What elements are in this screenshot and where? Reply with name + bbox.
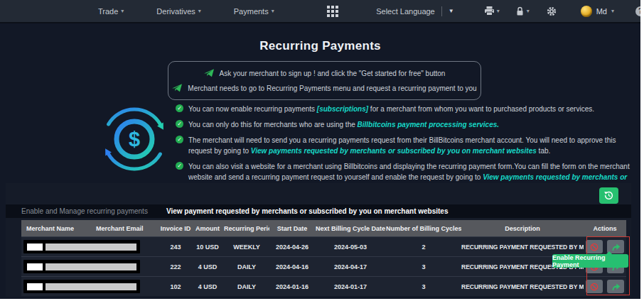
cancel-recurring-button[interactable]	[586, 280, 603, 293]
col-period: Recurring Period	[224, 225, 269, 232]
intro-box: Ask your merchant to sign up ! and click…	[168, 61, 481, 100]
description-cell: RECURRING PAYMENT REQUESTED BY MERCHANT	[461, 283, 584, 290]
chevron-down-icon: ▾	[198, 8, 201, 14]
nav-menu-payments-label: Payments	[234, 7, 269, 16]
merchant-cell	[21, 240, 160, 253]
printer-icon	[484, 6, 495, 16]
divider	[441, 6, 442, 16]
amount-cell: 4 USD	[191, 263, 224, 270]
check-icon: ✓	[176, 136, 183, 143]
table-header-row: Merchant Name Merchant Email Invoice ID …	[21, 220, 626, 236]
chevron-down-icon: ▾	[272, 8, 274, 14]
paper-plane-icon	[204, 69, 214, 77]
help-icon[interactable]: ?	[635, 6, 640, 16]
list-item: ✓ You can only do this for merchants who…	[176, 119, 639, 130]
col-start-date: Start Date	[269, 225, 315, 232]
col-merchant-name: Merchant Name	[21, 225, 91, 232]
actions-cell	[584, 240, 626, 253]
list-item: ✓ You can now enable recurring payments …	[176, 104, 639, 114]
view-payments-tab-link[interactable]: View payments requested by merchants or …	[251, 147, 537, 155]
bullet-text: for a merchant from whom you want to pur…	[368, 105, 594, 113]
lock-icon	[515, 6, 525, 16]
col-actions: Actions	[584, 225, 626, 232]
printer-menu[interactable]: ▾	[484, 6, 500, 16]
next-billing-cell: 2024-04-17	[315, 263, 386, 270]
nav-menu-trade-label: Trade	[98, 7, 118, 16]
enable-recurring-button[interactable]	[607, 280, 624, 293]
amount-cell: 10 USD	[191, 243, 224, 251]
nav-menu-derivatives[interactable]: Derivatives ▾	[156, 7, 200, 16]
chevron-down-icon: ▾	[497, 8, 500, 14]
tab-enable-manage[interactable]: Enable and Manage recurring payments	[21, 207, 148, 215]
list-item: ✓ The merchant will need to send you a r…	[176, 135, 639, 156]
col-amount: Amount	[191, 225, 224, 232]
bullet-text: tab.	[537, 147, 550, 155]
start-date-cell: 2024-04-26	[269, 243, 315, 251]
cycles-cell: 2	[386, 243, 461, 251]
recurring-payments-table: Merchant Name Merchant Email Invoice ID …	[21, 220, 626, 296]
nav-menu-payments[interactable]: Payments ▾	[234, 7, 274, 16]
chevron-down-icon: ▾	[527, 8, 530, 14]
paper-plane-icon	[172, 84, 182, 92]
intro-line: Ask your merchant to sign up ! and click…	[168, 69, 481, 77]
amount-cell: 4 USD	[191, 283, 224, 290]
check-icon: ✓	[176, 104, 183, 112]
apps-grid-icon[interactable]	[327, 6, 338, 17]
period-cell: DAILY	[224, 263, 269, 270]
caret-down-icon: ▼	[449, 8, 454, 14]
invoice-id-cell: 222	[160, 263, 191, 270]
table-row: 222 4 USD DAILY 2024-04-16 2024-04-17 3 …	[21, 256, 626, 276]
cycles-cell: 3	[386, 263, 461, 270]
subscriptions-highlight: [subscriptions]	[317, 105, 368, 113]
intro-text: Merchant needs to go to Recurring Paymen…	[188, 84, 476, 92]
description-cell: RECURRING PAYMENT REQUESTED BY MERCHANT	[461, 243, 584, 251]
start-date-cell: 2024-04-16	[269, 263, 315, 270]
table-row: 243 10 USD WEEKLY 2024-04-26 2024-05-03 …	[21, 236, 626, 256]
intro-text: Ask your merchant to sign up ! and click…	[220, 70, 446, 77]
nav-menu-trade[interactable]: Trade ▾	[98, 7, 124, 16]
bullet-text: You can now enable recurring payments	[188, 105, 317, 113]
redacted-merchant-info	[23, 260, 140, 273]
start-date-cell: 2024-01-16	[269, 283, 315, 290]
col-merchant-email: Merchant Email	[91, 225, 160, 232]
gear-icon	[547, 6, 557, 16]
check-icon: ✓	[176, 120, 183, 128]
app-window: Trade ▾ Derivatives ▾ Payments ▾ Select …	[0, 0, 640, 299]
billbitcoins-services-link[interactable]: Billbitcoins payment processing services…	[358, 121, 500, 128]
language-selector-label: Select Language	[376, 7, 435, 16]
avatar	[581, 6, 592, 17]
top-navbar: Trade ▾ Derivatives ▾ Payments ▾ Select …	[0, 0, 640, 23]
chevron-down-icon: ▾	[121, 8, 124, 14]
invoice-id-cell: 102	[160, 283, 191, 290]
check-icon: ✓	[176, 162, 183, 170]
col-invoice-id: Invoice ID	[160, 225, 191, 232]
invoice-id-cell: 243	[160, 243, 191, 251]
tab-view-requested[interactable]: View payment requested by merchants or s…	[166, 207, 449, 215]
nav-right-group: Select Language ▼ ▾ ▾	[376, 6, 640, 17]
page-title: Recurring Payments	[0, 39, 640, 53]
next-billing-cell: 2024-01-17	[315, 283, 386, 290]
nav-menu-derivatives-label: Derivatives	[156, 7, 195, 16]
block-icon	[590, 283, 599, 291]
bullet-text: You can only do this for merchants who a…	[188, 121, 358, 128]
enable-arrow-icon	[611, 243, 621, 251]
redacted-merchant-info	[23, 280, 140, 293]
period-cell: WEEKLY	[224, 243, 269, 251]
history-icon	[604, 191, 613, 200]
settings-button[interactable]	[547, 6, 557, 16]
cycles-cell: 3	[386, 283, 461, 290]
security-menu[interactable]: ▾	[515, 6, 530, 16]
block-icon	[590, 243, 599, 251]
language-selector[interactable]: Select Language ▼	[376, 6, 454, 16]
next-billing-cell: 2024-05-03	[315, 243, 386, 251]
col-next-billing: Next Billing Cycle Date	[315, 225, 386, 232]
user-menu[interactable]: Md ▾	[581, 6, 614, 17]
username-label: Md	[596, 7, 607, 16]
payments-table-card: Enable and Manage recurring payments Vie…	[6, 183, 631, 297]
table-row: 102 4 USD DAILY 2024-01-16 2024-01-17 3 …	[21, 276, 626, 296]
svg-text:$: $	[129, 128, 140, 150]
cancel-recurring-button[interactable]	[586, 240, 603, 253]
actions-cell	[584, 280, 626, 293]
history-refresh-button[interactable]	[599, 187, 618, 204]
merchant-cell	[21, 260, 160, 273]
